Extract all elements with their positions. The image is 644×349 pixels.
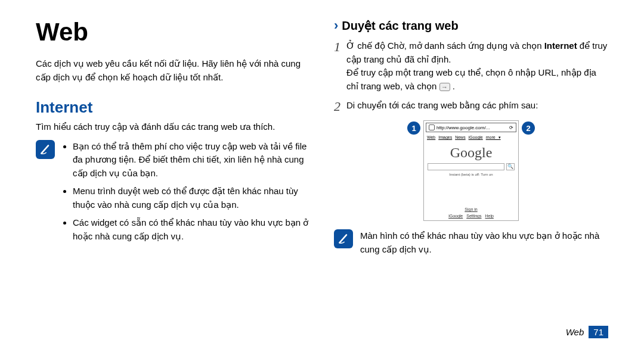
callout-badge-1: 1 (407, 121, 420, 135)
step-2: 2 Di chuyển tới các trang web bằng các p… (334, 99, 608, 114)
step-number: 1 (334, 39, 340, 93)
nav-link[interactable]: iGoogle (469, 135, 483, 139)
chevron-right-icon: › (334, 18, 338, 33)
note-item: Menu trình duyệt web có thể được đặt tên… (73, 185, 310, 211)
step-number: 2 (334, 99, 340, 114)
sub-heading-text: Duyệt các trang web (342, 18, 458, 33)
footer: Web 71 (566, 326, 608, 338)
nav-link[interactable]: more ▾ (486, 135, 501, 139)
nav-link[interactable]: Web (427, 135, 435, 139)
section-desc: Tìm hiểu cách truy cập và đánh dấu các t… (36, 120, 310, 134)
browser-screenshot: http://www.google.com/... ⟳ Web Images N… (423, 120, 519, 221)
intro-text: Các dịch vụ web yêu cầu kết nối dữ liệu.… (36, 57, 310, 84)
bottom-link[interactable]: Help (485, 214, 493, 218)
step-1: 1 Ở chế độ Chờ, mở danh sách ứng dụng và… (334, 39, 608, 93)
note-item: Các widget có sẵn có thể khác nhau tùy v… (73, 216, 310, 243)
nav-links: Web Images News iGoogle more ▾ (424, 134, 518, 141)
note-item: Bạn có thể trả thêm phí cho việc truy cậ… (73, 140, 310, 180)
step-body: Ở chế độ Chờ, mở danh sách ứng dụng và c… (346, 39, 608, 93)
google-logo: Google (424, 141, 518, 163)
instant-text: Instant (beta) is off: Turn on (424, 173, 518, 206)
signin-link[interactable]: Sign in (424, 206, 518, 213)
globe-icon (429, 124, 435, 130)
footer-page-number: 71 (589, 326, 608, 338)
url-text: http://www.google.com/... (436, 125, 490, 130)
note-icon (334, 229, 353, 248)
note-icon (36, 140, 55, 159)
bottom-link[interactable]: iGoogle (448, 214, 463, 218)
nav-link[interactable]: Images (438, 135, 452, 139)
step2-text: Di chuyển tới các trang web bằng các phí… (346, 99, 538, 114)
step1-text-a: Ở chế độ Chờ, mở danh sách ứng dụng và c… (346, 40, 544, 51)
section-title-internet: Internet (36, 98, 310, 117)
sub-heading: › Duyệt các trang web (334, 18, 608, 33)
nav-link[interactable]: News (455, 135, 466, 139)
note-block-left: Bạn có thể trả thêm phí cho việc truy cậ… (36, 140, 310, 248)
search-button[interactable]: 🔍 (506, 163, 515, 170)
bottom-link[interactable]: Settings (466, 214, 481, 218)
step1-text-d: . (450, 81, 455, 91)
callout-badge-2: 2 (522, 121, 535, 135)
note-list: Bạn có thể trả thêm phí cho việc truy cậ… (62, 140, 310, 248)
step1-bold: Internet (544, 40, 577, 51)
footer-label: Web (566, 327, 584, 337)
step1-text-c: Để truy cập một trang web cụ thể, chọn ô… (346, 67, 596, 91)
note-block-right: Màn hình có thể khác nhau tùy vào khu vự… (334, 229, 608, 256)
page-title: Web (36, 18, 310, 46)
screenshot-wrap: 1 2 http://www.google.com/... ⟳ Web Imag… (402, 120, 540, 221)
search-row: 🔍 (424, 163, 518, 173)
bottom-links: iGoogle Settings Help (424, 213, 518, 220)
go-arrow-icon: → (439, 83, 450, 91)
url-bar[interactable]: http://www.google.com/... ⟳ (426, 123, 516, 132)
right-column: › Duyệt các trang web 1 Ở chế độ Chờ, mở… (334, 18, 608, 264)
note-after-text: Màn hình có thể khác nhau tùy vào khu vự… (360, 229, 608, 256)
left-column: Web Các dịch vụ web yêu cầu kết nối dữ l… (36, 18, 310, 264)
refresh-icon[interactable]: ⟳ (509, 125, 513, 130)
search-input[interactable] (428, 163, 504, 170)
